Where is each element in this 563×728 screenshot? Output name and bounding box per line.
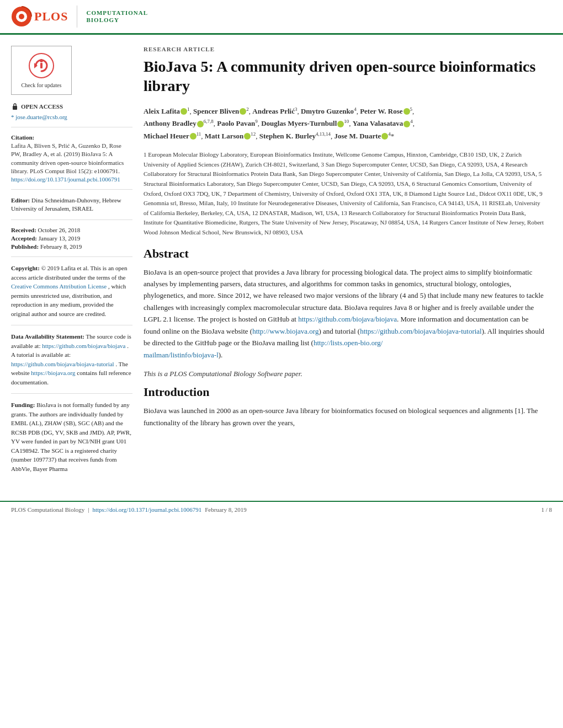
header-divider — [77, 6, 77, 28]
author-1: Aleix Lafita — [144, 107, 180, 115]
sup-12: 4,13,14 — [316, 131, 331, 137]
abstract-text: BioJava is an open-source project that p… — [144, 266, 546, 361]
biojava-website-link[interactable]: https://biojava.org — [31, 370, 75, 376]
sup-7: 9 — [255, 119, 258, 124]
sidebar: Check for updates OPEN ACCESS * jose.dua… — [11, 46, 144, 479]
author-5: Peter W. Rose — [360, 107, 402, 115]
citation-section: Citation: Lafita A, Bliven S, Prlić A, G… — [11, 134, 132, 183]
author-13: Jose M. Duarte — [334, 132, 381, 140]
citation-doi-link[interactable]: https://doi.org/10.1371/journal.pcbi.100… — [11, 176, 120, 183]
main-content: Check for updates OPEN ACCESS * jose.dua… — [0, 35, 563, 490]
orcid-1[interactable] — [180, 108, 187, 115]
svg-rect-6 — [40, 63, 43, 68]
orcid-6[interactable] — [197, 121, 204, 127]
sup-11: 12 — [251, 131, 256, 137]
affiliations: 1 European Molecular Biology Laboratory,… — [144, 150, 546, 237]
footer-journal: PLOS Computational Biology — [11, 506, 84, 513]
funding-text: BioJava is not formally funded by any gr… — [11, 402, 131, 472]
footer-page: 1 / 8 — [541, 506, 552, 513]
orcid-2[interactable] — [240, 108, 246, 115]
sup-2: 2 — [246, 106, 249, 112]
article-title: BioJava 5: A community driven open-sourc… — [144, 57, 546, 95]
orcid-9[interactable] — [403, 121, 410, 127]
lock-icon — [11, 103, 19, 110]
sidebar-divider-3 — [11, 220, 132, 220]
sidebar-divider-1 — [11, 127, 132, 127]
received-label: Received: — [11, 227, 36, 233]
intro-title: Introduction — [144, 385, 546, 399]
author-7: Paolo Pavan — [217, 120, 255, 128]
orcid-11[interactable] — [244, 133, 251, 140]
sup-9: 4 — [410, 119, 413, 124]
svg-point-5 — [40, 59, 43, 62]
check-updates-badge[interactable]: Check for updates — [11, 46, 72, 95]
copyright-text: Copyright: © 2019 Lafita et al. This is … — [11, 264, 132, 318]
accepted-label: Accepted: — [11, 235, 37, 242]
page-footer: PLOS Computational Biology | https://doi… — [0, 501, 563, 517]
svg-rect-7 — [13, 106, 17, 110]
footer-left: PLOS Computational Biology | https://doi… — [11, 506, 247, 513]
orcid-10[interactable] — [190, 133, 196, 140]
journal-italic: PLOS Computational Biology — [169, 370, 256, 378]
sidebar-divider-5 — [11, 325, 132, 325]
author-4: Dmytro Guzenko — [301, 107, 354, 115]
sup-3: 3 — [295, 106, 298, 112]
plos-wordmark: PLOS — [34, 9, 68, 24]
abstract-title: Abstract — [144, 247, 546, 261]
biojava-tutorial-link[interactable]: https://github.com/biojava/biojava-tutor… — [11, 361, 114, 367]
citation-text: Lafita A, Bliven S, Prlić A, Guzenko D, … — [11, 142, 132, 176]
author-9: Yana Valasatava — [353, 120, 403, 128]
data-availability-section: Data Availability Statement: The source … — [11, 332, 132, 387]
author-2: Spencer Bliven — [193, 107, 239, 115]
sup-8: 10 — [344, 119, 349, 124]
open-access-section: OPEN ACCESS * jose.duarte@rcsb.org — [11, 103, 132, 120]
corresponding-email[interactable]: * jose.duarte@rcsb.org — [11, 114, 132, 120]
accepted-date: January 13, 2019 — [39, 235, 80, 242]
github-link[interactable]: https://github.com/biojava/biojava — [298, 315, 397, 323]
svg-point-2 — [19, 14, 24, 19]
footer-separator: | — [88, 506, 89, 513]
check-updates-label: Check for updates — [17, 82, 66, 89]
check-updates-icon — [28, 52, 55, 79]
footer-doi-link[interactable]: https://doi.org/10.1371/journal.pcbi.100… — [92, 506, 201, 513]
footer-date: February 8, 2019 — [205, 506, 246, 513]
received-row: Received: October 26, 2018 — [11, 227, 132, 233]
authors-line: Aleix Lafita1, Spencer Bliven2, Andreas … — [144, 105, 546, 142]
dates-section: Received: October 26, 2018 Accepted: Jan… — [11, 227, 132, 250]
sup-6: 6,7,8 — [204, 119, 214, 124]
copyright-section: Copyright: © 2019 Lafita et al. This is … — [11, 264, 132, 318]
orcid-8[interactable] — [337, 121, 344, 127]
published-label: Published: — [11, 243, 39, 250]
author-11: Matt Larson — [205, 132, 243, 140]
journal-name: COMPUTATIONAL BIOLOGY — [86, 9, 148, 24]
page-header: PLOS COMPUTATIONAL BIOLOGY — [0, 0, 563, 35]
sup-13: 4 — [388, 131, 391, 137]
article-content: RESEARCH ARTICLE BioJava 5: A community … — [144, 46, 563, 479]
introduction-section: Introduction BioJava was launched in 200… — [144, 385, 546, 429]
orcid-13[interactable] — [381, 133, 388, 140]
sidebar-divider-2 — [11, 189, 132, 190]
sup-1: 1 — [187, 106, 190, 112]
sup-4: 4 — [354, 106, 357, 112]
website-link[interactable]: http://www.biojava.org — [252, 327, 318, 335]
mailing-link[interactable]: http://lists.open-bio.org/mailman/listin… — [144, 339, 383, 358]
sidebar-divider-4 — [11, 256, 132, 257]
received-date: October 26, 2018 — [38, 227, 81, 233]
sup-10: 11 — [196, 131, 201, 137]
abstract-section: Abstract BioJava is an open-source proje… — [144, 247, 546, 361]
biojava-source-link[interactable]: https://github.com/biojava/biojava — [42, 342, 125, 349]
orcid-5[interactable] — [403, 108, 410, 115]
author-8: Douglas Myers-Turnbull — [261, 120, 337, 128]
sup-5: 5 — [410, 106, 413, 112]
cc-license-link[interactable]: Creative Commons Attribution License — [11, 283, 107, 290]
copyright-label: Copyright: — [11, 265, 40, 271]
intro-text: BioJava was launched in 2000 as an open-… — [144, 405, 546, 429]
funding-section: Funding: BioJava is not formally funded … — [11, 400, 132, 473]
plos-logo: PLOS COMPUTATIONAL BIOLOGY — [11, 6, 148, 28]
funding-label: Funding: — [11, 402, 35, 408]
tutorial-link[interactable]: https://github.com/biojava/biojava-tutor… — [360, 327, 482, 335]
citation-label: Citation: — [11, 134, 132, 141]
sidebar-divider-6 — [11, 393, 132, 394]
author-12: Stephen K. Burley — [259, 132, 316, 140]
published-row: Published: February 8, 2019 — [11, 243, 132, 250]
